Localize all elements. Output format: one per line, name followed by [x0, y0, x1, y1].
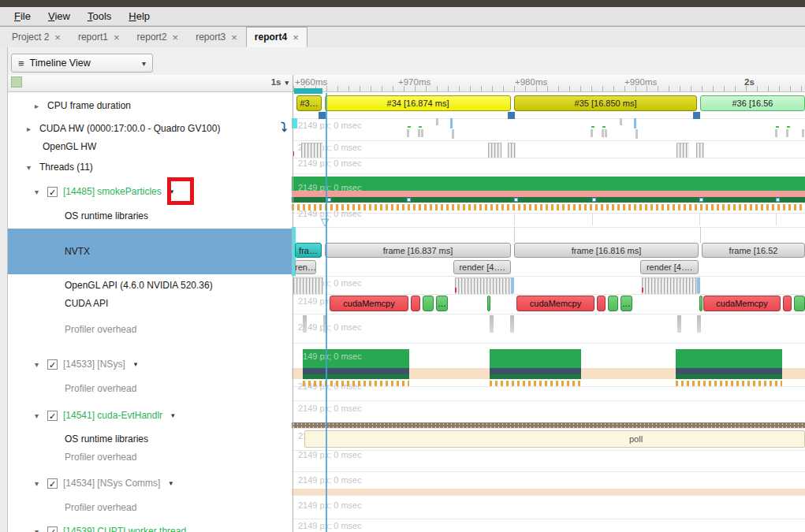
row-options-caret-icon[interactable]: ▾ [134, 360, 138, 368]
thread-visibility-checkbox[interactable]: ✓ [47, 359, 58, 370]
row-options-caret-icon[interactable]: ▾ [169, 479, 173, 487]
tab-report4[interactable]: report4× [246, 27, 307, 47]
cpu-frame-bar[interactable]: #36 [16.56 [700, 95, 805, 111]
thread-visibility-checkbox[interactable]: ✓ [47, 526, 58, 532]
thread-event-marker[interactable] [592, 198, 596, 202]
sidebar-row-opengl-hw[interactable]: OpenGL HW [8, 139, 293, 154]
tree-collapse-icon[interactable]: ▾ [35, 411, 47, 420]
cuda-api-call-bar[interactable] [411, 296, 420, 311]
menu-item-help[interactable]: Help [121, 9, 158, 24]
close-icon[interactable]: × [231, 32, 237, 43]
sidebar-row-cuda-api[interactable]: CUDA API [8, 296, 293, 311]
thread-event-marker[interactable] [699, 198, 703, 202]
thread-visibility-checkbox[interactable]: ✓ [47, 411, 58, 421]
menu-item-tools[interactable]: Tools [80, 9, 119, 24]
cpu-frame-bar[interactable]: #3… [296, 95, 322, 111]
cuda-api-call-bar[interactable]: cudaMemcpy [516, 296, 594, 311]
api-call-density-block[interactable] [642, 277, 699, 294]
thread-event-marker[interactable] [514, 198, 518, 202]
row-border [292, 343, 805, 344]
cuda-api-call-bar[interactable] [423, 296, 434, 311]
tree-collapse-icon[interactable]: ▾ [35, 479, 47, 488]
cuda-api-call-bar[interactable] [783, 296, 792, 311]
sidebar-row-profiler-overhead[interactable]: Profiler overhead [8, 500, 293, 515]
nvtx-frame-bar[interactable]: frame [16.52 [702, 243, 805, 258]
cuda-api-call-bar[interactable]: cudaMemcpy [703, 296, 781, 311]
close-icon[interactable]: × [114, 32, 120, 43]
selection-handle[interactable] [508, 112, 515, 119]
thread-event-marker[interactable] [327, 198, 331, 202]
cuda-api-call-bar[interactable] [699, 296, 703, 311]
panel-splitter[interactable] [293, 75, 293, 532]
cpu-frame-bar[interactable]: #35 [16.850 ms] [514, 95, 697, 111]
thread-event-marker[interactable] [776, 198, 780, 202]
sidebar-row--14485-smokeparticles[interactable]: ▾✓[14485] smokeParticles▾ [8, 184, 293, 199]
sidebar-row-os-runtime-libraries[interactable]: OS runtime libraries [8, 208, 293, 224]
api-call-density-block[interactable] [301, 143, 322, 158]
sidebar-row-cpu-frame-duration[interactable]: ▸CPU frame duration [8, 98, 293, 113]
cuda-api-call-bar[interactable]: … [621, 296, 632, 311]
pan-down-arrow-icon[interactable]: ⤵ [281, 121, 287, 135]
thread-visibility-checkbox[interactable]: ✓ [47, 478, 58, 489]
sidebar-row--14533-nsys-[interactable]: ▾✓[14533] [NSys]▾ [8, 356, 293, 372]
sidebar-row-profiler-overhead[interactable]: Profiler overhead [8, 449, 293, 465]
tab-report1[interactable]: report1× [69, 27, 129, 47]
tree-collapse-icon[interactable]: ▾ [35, 360, 47, 369]
view-selector-dropdown[interactable]: ≡ Timeline View ▾ [11, 54, 153, 73]
sidebar-row-opengl-api-4-6-0-nvidia-520-36-[interactable]: OpenGL API (4.6.0 NVIDIA 520.36) [8, 277, 293, 293]
api-call-density-block[interactable] [696, 143, 704, 158]
nvtx-frame-bar[interactable]: fra… [295, 243, 322, 258]
api-call-density-block[interactable] [455, 277, 513, 294]
cuda-api-call-bar[interactable]: … [436, 296, 448, 311]
window-titlebar [0, 0, 805, 7]
row-options-caret-icon[interactable]: ▾ [171, 411, 175, 419]
tree-collapse-icon[interactable]: ▾ [27, 163, 39, 172]
sidebar-row-os-runtime-libraries[interactable]: OS runtime libraries [8, 431, 293, 447]
api-call-density-block[interactable] [293, 277, 323, 294]
api-call-density-block[interactable] [676, 143, 689, 158]
nvtx-frame-bar[interactable]: frame [16.837 ms] [325, 243, 511, 258]
tree-expand-icon[interactable]: ▸ [27, 125, 39, 133]
cpu-frame-bar[interactable]: #34 [16.874 ms] [325, 95, 511, 111]
sidebar-row-threads-11-[interactable]: ▾Threads (11) [8, 159, 293, 175]
sidebar-row-profiler-overhead[interactable]: Profiler overhead [8, 322, 293, 337]
nvtx-render-bar[interactable]: render [4…. [640, 260, 699, 274]
api-call-density-block[interactable] [508, 143, 516, 158]
sidebar-row--14534-nsys-comms-[interactable]: ▾✓[14534] [NSys Comms]▾ [8, 475, 293, 491]
tab-report3[interactable]: report3× [187, 27, 246, 47]
cuda-api-call-bar[interactable] [608, 296, 618, 311]
close-icon[interactable]: × [293, 32, 299, 43]
sidebar-row--14541-cuda-evthandlr[interactable]: ▾✓[14541] cuda-EvtHandlr▾ [8, 407, 293, 423]
tab-report2[interactable]: report2× [129, 27, 188, 47]
cuda-api-call-bar[interactable] [597, 296, 606, 311]
sidebar-row-cuda-hw-0000-17-00-0-quadro-gv100-[interactable]: ▸CUDA HW (0000:17:00.0 - Quadro GV100)⤵ [8, 121, 293, 136]
tree-collapse-icon[interactable]: ▾ [35, 188, 47, 196]
panel-header: 1s▾ [8, 75, 293, 92]
poll-event-bar[interactable]: poll [304, 430, 805, 448]
close-icon[interactable]: × [173, 32, 179, 43]
row-border [292, 118, 805, 119]
timeline-scale-selector[interactable]: 1s▾ [271, 77, 289, 87]
nvtx-render-bar[interactable]: render [4…. [453, 260, 511, 274]
menu-item-file[interactable]: File [6, 9, 39, 24]
nvtx-frame-bar[interactable]: frame [16.816 ms] [514, 243, 699, 258]
cuda-api-call-bar[interactable] [487, 296, 490, 311]
menu-item-view[interactable]: View [40, 9, 78, 24]
sidebar-row--14539-cupti-worker-thread[interactable]: ▾✓[14539] CUPTI worker thread [8, 523, 293, 532]
nsys-activity-block[interactable] [676, 349, 782, 368]
selection-handle[interactable] [693, 112, 700, 119]
thread-visibility-checkbox[interactable]: ✓ [47, 187, 58, 197]
api-call-density-block[interactable] [488, 143, 501, 158]
tree-collapse-icon[interactable]: ▾ [35, 527, 47, 532]
tab-project-2[interactable]: Project 2× [3, 27, 69, 47]
selection-handle[interactable] [319, 112, 326, 119]
cuda-api-call-bar[interactable] [794, 296, 805, 311]
sidebar-row-nvtx[interactable]: NVTX [8, 229, 293, 274]
sidebar-row-profiler-overhead[interactable]: Profiler overhead [8, 381, 293, 396]
thread-event-marker[interactable] [407, 198, 411, 202]
tree-expand-icon[interactable]: ▸ [35, 102, 47, 110]
cuda-api-call-bar[interactable]: cudaMemcpy [330, 296, 408, 311]
nvtx-render-bar[interactable]: ren… [295, 260, 316, 274]
close-icon[interactable]: × [54, 32, 61, 43]
nsys-activity-block[interactable] [490, 349, 581, 368]
